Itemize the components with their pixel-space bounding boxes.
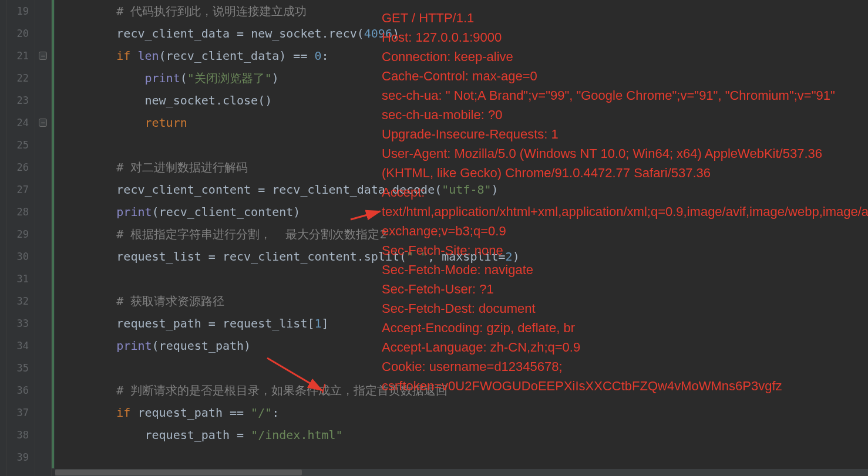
code-token: : [272, 406, 279, 420]
code-token: (recv_client_content) [152, 205, 301, 219]
code-area[interactable]: # 代码执行到此，说明连接建立成功 recv_client_data = new… [55, 0, 868, 476]
line-number: 28 [7, 201, 29, 223]
change-marker [52, 312, 54, 335]
code-token: = [499, 249, 506, 264]
code-token: 0 [314, 49, 321, 63]
line-number: 36 [7, 379, 29, 401]
code-line[interactable]: # 根据指定字符串进行分割， 最大分割次数指定2 [60, 223, 868, 245]
code-line[interactable]: recv_client_data = new_socket.recv(4096) [60, 22, 868, 45]
code-line[interactable]: recv_client_content = recv_client_data.d… [60, 178, 868, 201]
code-line[interactable]: print(recv_client_content) [60, 201, 868, 223]
code-token: new_socket.recv( [251, 26, 364, 40]
line-number: 33 [7, 312, 29, 335]
line-number: 22 [7, 67, 29, 89]
annotation-slash: / [322, 382, 325, 397]
code-token: if [116, 406, 137, 420]
change-marker [52, 112, 54, 134]
code-token: ) [272, 71, 279, 85]
fold-toggle-icon[interactable] [39, 52, 47, 60]
change-marker [52, 178, 54, 201]
code-token: if [116, 49, 137, 63]
code-line[interactable]: print("关闭浏览器了") [60, 67, 868, 89]
line-number: 30 [7, 245, 29, 268]
code-token: "utf-8" [442, 183, 491, 197]
code-token: recv_client_content = recv_client_data.d… [116, 183, 442, 197]
code-token: print [116, 205, 152, 219]
code-line[interactable]: print(request_path) [60, 335, 868, 357]
change-marker [52, 401, 54, 424]
code-line[interactable]: # 获取请求资源路径 [60, 290, 868, 312]
code-line[interactable]: # 判断请求的是否是根目录，如果条件成立，指定首页数据返回 [60, 379, 868, 401]
code-token: = [237, 26, 251, 40]
change-marker [52, 134, 54, 156]
code-token: request_path = request_list[ [116, 316, 314, 330]
change-marker [52, 45, 54, 67]
code-token: # 获取请求资源路径 [116, 294, 224, 308]
change-marker [52, 357, 54, 379]
code-token: "/" [251, 406, 272, 420]
code-token: request_list = recv_client_content.split… [116, 249, 406, 264]
code-line[interactable]: request_path = "/index.html" [60, 424, 868, 446]
change-marker [52, 379, 54, 401]
fold-toggle-icon[interactable] [39, 119, 47, 127]
horizontal-scrollbar[interactable] [55, 469, 868, 476]
code-token: 4096 [364, 26, 392, 40]
scrollbar-thumb[interactable] [55, 470, 302, 475]
change-marker [52, 223, 54, 245]
code-line[interactable] [60, 446, 868, 468]
change-marker [52, 290, 54, 312]
change-marker [52, 424, 54, 446]
code-token: "关闭浏览器了" [187, 71, 272, 85]
code-line[interactable] [60, 134, 868, 156]
code-line[interactable]: # 代码执行到此，说明连接建立成功 [60, 0, 868, 22]
code-line[interactable]: new_socket.close() [60, 89, 868, 112]
code-token: ) [513, 249, 520, 264]
code-token: (recv_client_data) == [159, 49, 315, 63]
change-marker [52, 245, 54, 268]
change-marker [52, 201, 54, 223]
line-number: 26 [7, 156, 29, 178]
code-token: # 代码执行到此，说明连接建立成功 [116, 4, 307, 18]
line-number: 34 [7, 335, 29, 357]
code-token: (request_path) [152, 339, 251, 353]
code-line[interactable]: request_list = recv_client_content.split… [60, 245, 868, 268]
change-marker [52, 0, 54, 22]
code-token: len [137, 49, 159, 63]
code-token: return [145, 116, 187, 130]
code-token: "/index.html" [251, 428, 343, 442]
code-line[interactable]: return [60, 112, 868, 134]
code-token: print [145, 71, 180, 85]
code-token: ] [322, 316, 329, 330]
line-number: 31 [7, 268, 29, 290]
line-number: 21 [7, 45, 29, 67]
code-token: new_socket.close() [145, 93, 272, 107]
change-marker [52, 89, 54, 112]
change-marker [52, 268, 54, 290]
line-number: 38 [7, 424, 29, 446]
change-marker [52, 67, 54, 89]
change-marker [52, 446, 54, 468]
code-token: maxsplit [442, 249, 498, 264]
code-line[interactable]: if request_path == "/": [60, 401, 868, 424]
code-token: 1 [314, 316, 321, 330]
code-token: 2 [506, 249, 513, 264]
code-token: # 对二进制数据进行解码 [116, 160, 248, 174]
line-number: 37 [7, 401, 29, 424]
code-line[interactable] [60, 268, 868, 290]
code-line[interactable]: # 对二进制数据进行解码 [60, 156, 868, 178]
line-number: 20 [7, 22, 29, 45]
change-marker [52, 335, 54, 357]
line-number: 27 [7, 178, 29, 201]
line-number: 23 [7, 89, 29, 112]
code-token: , [428, 249, 442, 264]
change-marker [52, 22, 54, 45]
code-token: " " [406, 249, 428, 264]
line-number: 39 [7, 446, 29, 468]
code-line[interactable] [60, 357, 868, 379]
code-token: ( [180, 71, 187, 85]
code-token: request_path == [137, 406, 251, 420]
code-line[interactable]: if len(recv_client_data) == 0: [60, 45, 868, 67]
code-line[interactable]: request_path = request_list[1] [60, 312, 868, 335]
code-token: print [116, 339, 152, 353]
line-number: 24 [7, 112, 29, 134]
